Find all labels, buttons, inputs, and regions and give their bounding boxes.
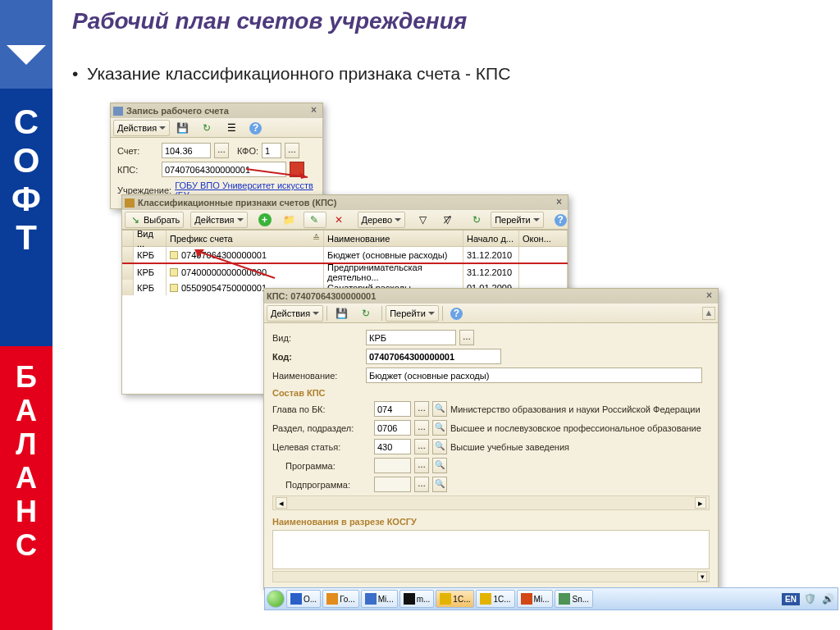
scroll-left-button[interactable]: ◂ bbox=[276, 497, 287, 509]
taskbar-item[interactable]: 1C... bbox=[436, 590, 474, 608]
cel-text: Высшие учебные заведения bbox=[450, 442, 569, 452]
title-bar[interactable]: Классификационные признаки счетов (КПС) … bbox=[121, 194, 568, 210]
add-folder-button[interactable]: 📁 bbox=[279, 212, 302, 228]
folder-icon bbox=[170, 284, 178, 292]
podprog-input[interactable] bbox=[374, 477, 411, 492]
add-button[interactable]: + bbox=[254, 212, 277, 228]
kps-input[interactable] bbox=[162, 162, 286, 177]
title-bar[interactable]: КПС: 07407064300000001 × bbox=[263, 288, 719, 304]
tree-button[interactable]: Дерево bbox=[358, 212, 406, 228]
prog-lookup-button[interactable]: 🔍 bbox=[432, 458, 447, 473]
volume-icon[interactable]: 🔊 bbox=[821, 592, 834, 605]
window-account-record: Запись рабочего счета × Действия 💾 ↻ ☰ ?… bbox=[110, 103, 323, 209]
glava-picker-button[interactable]: … bbox=[414, 401, 429, 417]
taskbar-item[interactable]: 1C... bbox=[476, 590, 514, 608]
section-title: Состав КПС bbox=[272, 388, 710, 398]
name-input[interactable] bbox=[366, 368, 702, 383]
scroll-down-button[interactable]: ▾ bbox=[697, 572, 707, 582]
col-prefix[interactable]: Префикс счета≙ bbox=[167, 231, 324, 246]
brand-strip: СОФТ БАЛАНС bbox=[0, 0, 52, 630]
collapse-button[interactable]: ▲ bbox=[702, 307, 715, 320]
razdel-lookup-button[interactable]: 🔍 bbox=[432, 420, 447, 436]
brand-balans: БАЛАНС bbox=[0, 346, 52, 630]
edit-button[interactable]: ✎ bbox=[304, 212, 326, 228]
save-button[interactable]: 💾 bbox=[171, 120, 194, 136]
window-icon bbox=[113, 107, 123, 116]
col-start[interactable]: Начало д... bbox=[463, 231, 519, 246]
title-bar[interactable]: Запись рабочего счета × bbox=[110, 103, 323, 118]
copy-button[interactable]: ↻ bbox=[355, 305, 378, 322]
folder-icon bbox=[170, 251, 178, 259]
close-icon[interactable]: × bbox=[553, 197, 565, 208]
select-button[interactable]: ↘Выбрать bbox=[125, 212, 184, 228]
actions-button[interactable]: Действия bbox=[267, 305, 323, 322]
col-vid[interactable]: Вид ... bbox=[134, 231, 167, 246]
filter-button[interactable]: ▽ bbox=[412, 212, 435, 228]
hscroll-bar[interactable]: ◂ ▸ bbox=[272, 495, 710, 510]
col-name[interactable]: Наименование bbox=[324, 231, 463, 246]
system-tray[interactable]: EN 🛡️ 🔊 bbox=[782, 592, 836, 605]
kfo-label: КФО: bbox=[237, 146, 258, 156]
kfo-input[interactable] bbox=[262, 143, 281, 158]
clear-filter-button[interactable]: ▽̸ bbox=[436, 212, 459, 228]
taskbar-item[interactable]: Го... bbox=[322, 590, 359, 608]
cel-picker-button[interactable]: … bbox=[414, 439, 429, 454]
brand-soft: СОФТ bbox=[0, 89, 52, 346]
glava-text: Министерство образования и науки Российс… bbox=[450, 404, 701, 414]
cel-lookup-button[interactable]: 🔍 bbox=[432, 439, 447, 454]
taskbar-item[interactable]: Sn... bbox=[555, 590, 593, 608]
actions-button[interactable]: Действия bbox=[190, 212, 247, 228]
podprog-picker-button[interactable]: … bbox=[414, 477, 429, 492]
glava-lookup-button[interactable]: 🔍 bbox=[432, 401, 447, 417]
table-row[interactable]: КРБ 07400000000000000 Предпринимательска… bbox=[122, 264, 568, 280]
kfo-picker-button[interactable]: … bbox=[285, 143, 299, 158]
scroll-right-button[interactable]: ▸ bbox=[695, 497, 706, 509]
goto-button[interactable]: Перейти bbox=[491, 212, 544, 228]
razdel-picker-button[interactable]: … bbox=[414, 420, 429, 436]
help-button[interactable]: ? bbox=[446, 305, 468, 322]
prog-picker-button[interactable]: … bbox=[414, 458, 429, 473]
account-input[interactable] bbox=[162, 143, 211, 158]
table-row[interactable]: КРБ 07407064300000001 Бюджет (основные р… bbox=[122, 247, 568, 262]
taskbar-item[interactable]: O... bbox=[286, 590, 321, 608]
kosgu-list[interactable] bbox=[272, 530, 710, 569]
refresh-button[interactable]: ↻ bbox=[466, 212, 489, 228]
cel-input[interactable] bbox=[374, 439, 411, 454]
taskbar-item[interactable]: Mi... bbox=[517, 590, 554, 608]
prog-input[interactable] bbox=[374, 458, 411, 473]
start-button[interactable] bbox=[267, 590, 285, 608]
kps-picker-button[interactable] bbox=[290, 162, 304, 177]
copy-button[interactable]: ↻ bbox=[196, 120, 219, 136]
window-icon bbox=[125, 199, 135, 208]
prog-label: Программа: bbox=[272, 461, 371, 471]
slide-bullet: Указание классификационного признака сче… bbox=[87, 64, 510, 84]
podprog-lookup-button[interactable]: 🔍 bbox=[432, 477, 447, 492]
razdel-input[interactable] bbox=[374, 420, 411, 436]
glava-input[interactable] bbox=[374, 401, 411, 417]
toolbar: ↘Выбрать Действия + 📁 ✎ ✕ Дерево ▽ ▽̸ ↻ … bbox=[121, 210, 568, 230]
razdel-label: Раздел, подраздел: bbox=[272, 423, 371, 433]
hscroll-bar[interactable]: ▾ bbox=[272, 571, 710, 582]
shield-icon[interactable]: 🛡️ bbox=[803, 592, 816, 605]
print-button[interactable]: ☰ bbox=[221, 120, 244, 136]
help-button[interactable]: ? bbox=[550, 212, 573, 228]
close-icon[interactable]: × bbox=[308, 105, 320, 116]
account-picker-button[interactable]: … bbox=[214, 143, 229, 158]
close-icon[interactable]: × bbox=[703, 290, 715, 302]
code-input[interactable] bbox=[366, 349, 501, 364]
name-label: Наименование: bbox=[272, 371, 363, 381]
save-button[interactable]: 💾 bbox=[331, 305, 354, 322]
taskbar-item[interactable]: Mi... bbox=[361, 590, 398, 608]
delete-button[interactable]: ✕ bbox=[328, 212, 351, 228]
table-header: Вид ... Префикс счета≙ Наименование Нача… bbox=[122, 231, 568, 247]
help-button[interactable]: ? bbox=[245, 120, 267, 136]
razdel-text: Высшее и послевузовское профессиональное… bbox=[450, 423, 701, 433]
col-end[interactable]: Окон... bbox=[519, 231, 568, 246]
goto-button[interactable]: Перейти bbox=[386, 305, 439, 322]
actions-button[interactable]: Действия bbox=[113, 120, 170, 136]
vid-picker-button[interactable]: … bbox=[459, 330, 474, 345]
language-indicator[interactable]: EN bbox=[782, 593, 800, 605]
taskbar-item[interactable]: m... bbox=[399, 590, 435, 608]
vid-input[interactable] bbox=[366, 330, 456, 345]
window-kps-card: КПС: 07407064300000001 × Действия 💾 ↻ Пе… bbox=[263, 288, 719, 590]
